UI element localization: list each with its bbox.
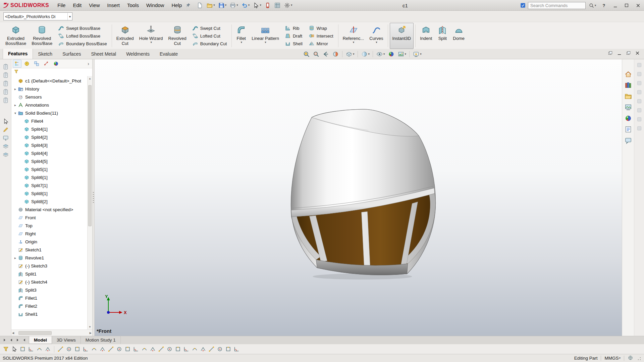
tab-surfaces[interactable]: Surfaces xyxy=(57,49,86,59)
tree-vertical-scrollbar[interactable]: ▲ ▼ xyxy=(87,76,92,329)
perpendicular-snap-button[interactable] xyxy=(124,345,131,353)
tree-item-top[interactable]: Top xyxy=(13,222,92,230)
draft-button[interactable]: Draft xyxy=(284,32,304,40)
swept-cut-button[interactable]: Swept Cut xyxy=(191,24,228,32)
model-3d-vase[interactable]: Y X xyxy=(95,59,622,336)
apply-scene-button[interactable]: ▾ xyxy=(396,50,408,58)
clipboard-button[interactable] xyxy=(2,80,9,87)
dock-tool-2-button[interactable] xyxy=(636,71,642,77)
parallel-snap-button[interactable] xyxy=(132,345,140,353)
tree-item-split4-5[interactable]: Split4[5] xyxy=(13,157,92,165)
lasso-selection-button[interactable] xyxy=(27,345,35,353)
section-view-button[interactable] xyxy=(331,50,340,58)
swept-boss-base-button[interactable]: Swept Boss/Base xyxy=(57,24,108,32)
extruded-boss-base-button[interactable]: ExtrudedBoss/Base xyxy=(3,23,29,49)
evaluate-grid-button[interactable] xyxy=(273,1,282,9)
lofted-cut-button[interactable]: Lofted Cut xyxy=(191,32,228,40)
tree-item-material-not-specified[interactable]: Material <not specified> xyxy=(13,205,92,214)
panel-tabs-overflow-button[interactable]: › xyxy=(86,61,91,66)
curvature-snap-button[interactable] xyxy=(199,345,207,353)
menu-insert[interactable]: Insert xyxy=(104,0,124,11)
tree-item-solid-bodies-11[interactable]: ▾Solid Bodies(11) xyxy=(13,109,92,117)
tree-item-fillet2[interactable]: Fillet2 xyxy=(13,302,92,310)
scroll-right-icon[interactable]: ▶ xyxy=(90,331,92,335)
shell-button[interactable]: Shell xyxy=(284,40,304,47)
custom-properties-tab[interactable] xyxy=(624,125,632,133)
tree-item-split6-1[interactable]: Split6[1] xyxy=(13,173,92,181)
scroll-thumb[interactable] xyxy=(18,331,51,335)
graphics-viewport[interactable]: Y X *Front xyxy=(95,59,622,336)
zoom-to-fit-button[interactable] xyxy=(302,50,311,58)
hole-wizard-button[interactable]: Hole Wizard▾ xyxy=(137,23,166,49)
indent-button[interactable]: Indent xyxy=(417,23,435,49)
spline-tangency-snap-button[interactable] xyxy=(191,345,199,353)
save-button[interactable]: ▾ xyxy=(217,1,228,9)
split-button[interactable]: Split xyxy=(435,23,450,49)
previous-view-button[interactable] xyxy=(321,50,330,58)
tree-item-split1[interactable]: Split1 xyxy=(13,270,92,278)
tangent-snap-button[interactable] xyxy=(115,345,123,353)
last-tab-button[interactable] xyxy=(21,338,27,343)
lofted-boss-base-button[interactable]: Lofted Boss/Base xyxy=(57,32,108,40)
tree-item-split5-1[interactable]: Split5[1] xyxy=(13,165,92,173)
intersection-snap-button[interactable] xyxy=(99,345,106,353)
view-palette-tab[interactable] xyxy=(624,103,632,111)
dock-tool-7-button[interactable] xyxy=(636,116,642,122)
rib-button[interactable]: Rib xyxy=(284,24,304,32)
revolved-cut-button[interactable]: RevolvedCut xyxy=(166,23,189,49)
expander-icon[interactable]: ▸ xyxy=(13,87,18,91)
fillet-button[interactable]: Fillet▾ xyxy=(233,23,249,49)
dock-tool-5-button[interactable] xyxy=(636,98,642,104)
doc-tab-3d-views[interactable]: 3D Views xyxy=(52,336,81,344)
search-commands-input[interactable] xyxy=(528,2,586,9)
displaymanager-tab[interactable] xyxy=(52,60,60,68)
select-button[interactable]: ▾ xyxy=(252,1,262,9)
nearest-snap-button[interactable] xyxy=(107,345,115,353)
tree-item-origin[interactable]: Origin xyxy=(13,238,92,246)
search-submit-button[interactable]: ▾ xyxy=(588,1,597,9)
tree-item-split4-2[interactable]: Split4[2] xyxy=(13,133,92,141)
scroll-down-icon[interactable]: ▼ xyxy=(88,324,92,329)
view-orientation-button[interactable]: ▾ xyxy=(344,50,356,58)
tree-item-history[interactable]: ▸History xyxy=(13,85,92,93)
tree-item-split8-2[interactable]: Split8[2] xyxy=(13,197,92,205)
layers-button[interactable] xyxy=(2,143,9,150)
tab-features[interactable]: Features xyxy=(3,49,33,59)
tree-item-sensors[interactable]: Sensors xyxy=(13,93,92,101)
horizontal-vertical-points-snap-button[interactable] xyxy=(149,345,157,353)
units-selector[interactable]: MMGS xyxy=(604,356,619,361)
new-document-button[interactable] xyxy=(196,1,204,9)
touch-mode-button[interactable] xyxy=(263,1,272,9)
center-snap-button[interactable] xyxy=(73,345,81,353)
point-snap-button[interactable] xyxy=(65,345,73,353)
doc-tab-model[interactable]: Model xyxy=(29,336,52,344)
boundary-cut-button[interactable]: Boundary Cut xyxy=(191,40,228,47)
restore-doc-button[interactable] xyxy=(626,51,631,56)
tree-item-fillet4[interactable]: Fillet4 xyxy=(13,117,92,125)
expander-icon[interactable]: ▸ xyxy=(13,103,18,107)
resize-grip[interactable] xyxy=(637,356,641,361)
tree-item-split4-3[interactable]: Split4[3] xyxy=(13,141,92,149)
close-doc-button[interactable] xyxy=(635,51,640,56)
length-snap-button[interactable] xyxy=(157,345,165,353)
minimize-doc-button[interactable] xyxy=(617,51,622,56)
select-button[interactable] xyxy=(10,345,18,353)
linear-pattern-button[interactable]: Linear Pattern▾ xyxy=(249,23,282,49)
midpoint-snap-button[interactable] xyxy=(82,345,90,353)
options-button[interactable]: ▾ xyxy=(283,1,293,9)
expand-viewport-button[interactable] xyxy=(608,51,613,56)
expander-icon[interactable]: ▾ xyxy=(13,111,18,115)
first-tab-button[interactable] xyxy=(2,338,8,343)
clipboard-button[interactable] xyxy=(2,72,9,78)
tree-item-right[interactable]: Right xyxy=(13,230,92,238)
sketch-snaps-button[interactable] xyxy=(57,345,64,353)
tab-evaluate[interactable]: Evaluate xyxy=(155,49,183,59)
hide-show-items-button[interactable]: ▾ xyxy=(375,50,386,58)
dock-tool-4-button[interactable] xyxy=(636,89,642,95)
open-button[interactable]: ▾ xyxy=(205,1,216,9)
menu-file[interactable]: File xyxy=(54,0,69,11)
dock-tool-6-button[interactable] xyxy=(636,107,642,113)
sketch-fillet-snap-button[interactable] xyxy=(182,345,190,353)
help-button[interactable]: ? xyxy=(599,1,608,9)
tab-weldments[interactable]: Weldments xyxy=(121,49,155,59)
